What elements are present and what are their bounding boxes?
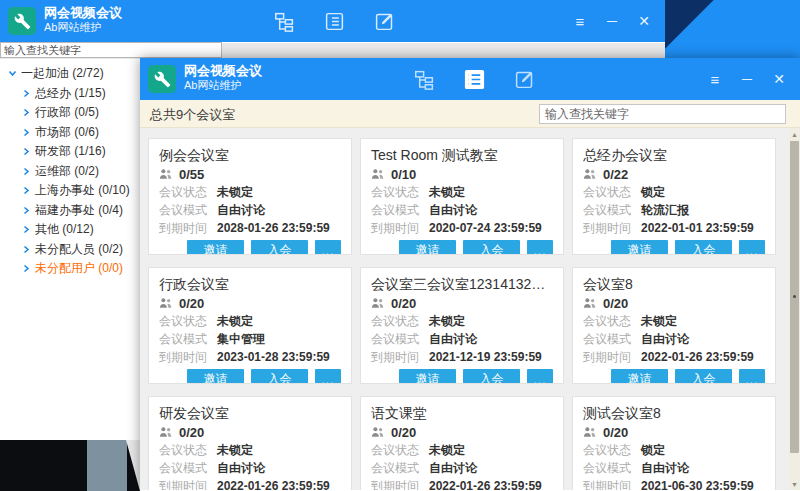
join-button[interactable]: 入会 <box>675 240 732 255</box>
invite-button[interactable]: 邀请 <box>399 369 456 384</box>
join-button[interactable]: 入会 <box>251 369 308 384</box>
rooms-content: 例会会议室0/55会议状态未锁定会议模式自由讨论到期时间2028-01-26 2… <box>140 128 800 490</box>
expires-value: 2022-01-26 23:59:59 <box>641 350 754 364</box>
room-card: 例会会议室0/55会议状态未锁定会议模式自由讨论到期时间2028-01-26 2… <box>148 138 352 255</box>
chevron-right-icon[interactable] <box>19 225 33 234</box>
tree-item-2[interactable]: 行政部 (0/5) <box>0 103 140 123</box>
invite-button[interactable]: 邀请 <box>399 240 456 255</box>
menu-icon[interactable]: ≡ <box>569 10 591 32</box>
more-button[interactable]: ... <box>527 240 553 255</box>
minimize-icon[interactable]: ─ <box>601 10 623 32</box>
expires-label: 到期时间 <box>371 220 429 237</box>
room-name: 行政会议室 <box>159 275 341 294</box>
status-label: 会议状态 <box>159 442 217 459</box>
room-search-input[interactable] <box>539 104 786 124</box>
mode-value: 自由讨论 <box>641 331 689 348</box>
tree-item-label: 研发部 (1/16) <box>35 143 106 160</box>
mode-value: 自由讨论 <box>217 202 265 219</box>
scroll-up-icon[interactable]: ▲ <box>789 128 800 140</box>
invite-button[interactable]: 邀请 <box>187 369 244 384</box>
tree-item-0[interactable]: 一起加油 (2/72) <box>0 64 140 84</box>
edit-icon[interactable] <box>372 9 396 33</box>
tree-item-label: 上海办事处 (0/10) <box>35 182 130 199</box>
org-chart-icon[interactable] <box>272 9 296 33</box>
chevron-right-icon[interactable] <box>19 206 33 215</box>
minimize-icon[interactable]: ─ <box>736 68 758 90</box>
tree-item-4[interactable]: 研发部 (1/16) <box>0 142 140 162</box>
people-icon <box>583 426 597 438</box>
expires-label: 到期时间 <box>159 478 217 491</box>
sidebar-search-input[interactable] <box>0 42 222 58</box>
chevron-right-icon[interactable] <box>19 167 33 176</box>
chevron-right-icon[interactable] <box>19 264 33 273</box>
tree-item-7[interactable]: 福建办事处 (0/4) <box>0 201 140 221</box>
join-button[interactable]: 入会 <box>463 240 520 255</box>
close-icon[interactable]: ✕ <box>768 68 790 90</box>
wallpaper-navy-triangle <box>665 0 800 58</box>
expires-label: 到期时间 <box>159 349 217 366</box>
tree-item-6[interactable]: 上海办事处 (0/10) <box>0 181 140 201</box>
invite-button[interactable]: 邀请 <box>611 240 668 255</box>
tree-item-3[interactable]: 市场部 (0/6) <box>0 123 140 143</box>
more-button[interactable]: ... <box>315 369 341 384</box>
tree-item-8[interactable]: 其他 (0/12) <box>0 220 140 240</box>
edit-icon[interactable] <box>512 67 536 91</box>
app-titles: 网会视频会议 Ab网站维护 <box>44 5 122 35</box>
expires-value: 2021-12-19 23:59:59 <box>429 350 542 364</box>
chevron-right-icon[interactable] <box>19 108 33 117</box>
expires-value: 2022-01-26 23:59:59 <box>429 479 542 490</box>
mode-label: 会议模式 <box>159 331 217 348</box>
status-label: 会议状态 <box>159 313 217 330</box>
expires-label: 到期时间 <box>371 478 429 491</box>
invite-button[interactable]: 邀请 <box>187 240 244 255</box>
join-button[interactable]: 入会 <box>463 369 520 384</box>
tree-item-10[interactable]: 未分配用户 (0/0) <box>0 259 140 279</box>
tree-item-label: 未分配人员 (0/2) <box>35 241 123 258</box>
mode-label: 会议模式 <box>371 331 429 348</box>
mode-value: 集中管理 <box>217 331 265 348</box>
app-title: 网会视频会议 <box>184 63 262 79</box>
chevron-right-icon[interactable] <box>19 147 33 156</box>
invite-button[interactable]: 邀请 <box>611 369 668 384</box>
status-value: 未锁定 <box>429 442 465 459</box>
vertical-scrollbar[interactable]: ▲ ▼ <box>789 128 800 490</box>
more-button[interactable]: ... <box>739 369 765 384</box>
org-tree: 一起加油 (2/72)总经办 (1/15)行政部 (0/5)市场部 (0/6)研… <box>0 64 140 279</box>
status-label: 会议状态 <box>371 184 429 201</box>
tree-item-label: 未分配用户 (0/0) <box>35 260 123 277</box>
mode-label: 会议模式 <box>159 202 217 219</box>
join-button[interactable]: 入会 <box>251 240 308 255</box>
scrollbar-thumb[interactable] <box>790 141 799 453</box>
chevron-right-icon[interactable] <box>19 89 33 98</box>
chevron-right-icon[interactable] <box>19 245 33 254</box>
org-chart-icon[interactable] <box>412 67 436 91</box>
tree-item-5[interactable]: 运维部 (0/2) <box>0 162 140 182</box>
app-subtitle: Ab网站维护 <box>44 21 122 35</box>
room-card: Test Room 测试教室0/10会议状态未锁定会议模式自由讨论到期时间202… <box>360 138 564 255</box>
mode-value: 自由讨论 <box>429 331 477 348</box>
meeting-toolbar-icons <box>412 67 536 91</box>
more-button[interactable]: ... <box>527 369 553 384</box>
menu-icon[interactable]: ≡ <box>704 68 726 90</box>
scroll-down-icon[interactable]: ▼ <box>789 478 800 490</box>
join-button[interactable]: 入会 <box>675 369 732 384</box>
more-button[interactable]: ... <box>739 240 765 255</box>
expires-value: 2023-01-28 23:59:59 <box>217 350 330 364</box>
mode-label: 会议模式 <box>583 460 641 477</box>
app-subtitle: Ab网站维护 <box>184 79 262 93</box>
people-icon <box>159 297 173 309</box>
room-occupancy: 0/55 <box>179 167 204 182</box>
background-toolbar-icons <box>272 9 396 33</box>
tree-item-9[interactable]: 未分配人员 (0/2) <box>0 240 140 260</box>
chevron-right-icon[interactable] <box>19 128 33 137</box>
close-icon[interactable]: ✕ <box>633 10 655 32</box>
chevron-right-icon[interactable] <box>19 186 33 195</box>
list-icon[interactable] <box>322 9 346 33</box>
chevron-down-icon[interactable] <box>5 69 19 78</box>
room-card: 语文课堂0/20会议状态未锁定会议模式自由讨论到期时间2022-01-26 23… <box>360 396 564 490</box>
list-icon-active[interactable] <box>462 67 486 91</box>
tree-item-1[interactable]: 总经办 (1/15) <box>0 84 140 104</box>
more-button[interactable]: ... <box>315 240 341 255</box>
wrench-icon <box>8 7 36 35</box>
wallpaper-bottom-left <box>0 440 140 491</box>
